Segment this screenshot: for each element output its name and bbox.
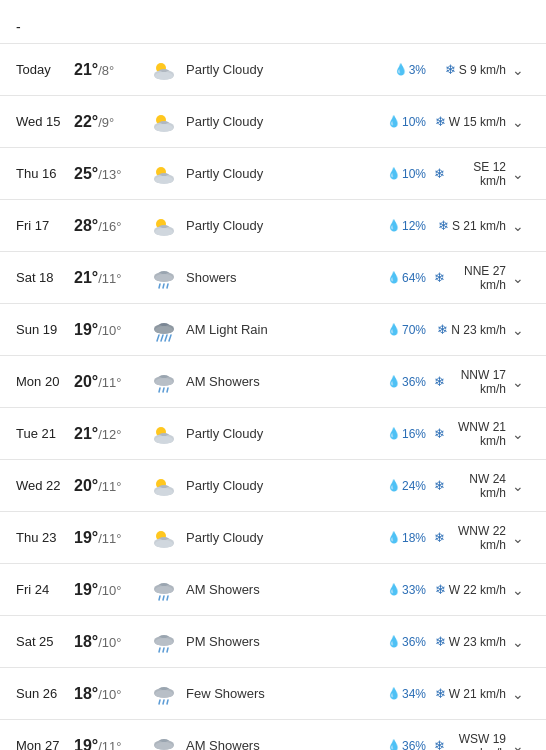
expand-chevron[interactable]: ⌄: [506, 218, 530, 234]
expand-chevron[interactable]: ⌄: [506, 530, 530, 546]
svg-line-69: [163, 648, 164, 652]
day-label: Tue 21: [16, 426, 74, 441]
svg-point-9: [155, 124, 173, 132]
svg-point-60: [155, 586, 173, 594]
svg-line-26: [167, 284, 168, 288]
drop-icon: 💧: [387, 375, 401, 388]
day-label: Fri 24: [16, 582, 74, 597]
drop-icon: 💧: [387, 115, 401, 128]
temp-high: 22°: [74, 113, 98, 130]
svg-line-39: [159, 388, 160, 392]
wind-icon: ❄: [437, 322, 448, 337]
temp-high: 21°: [74, 61, 98, 78]
weather-icon: [146, 423, 182, 445]
weather-row[interactable]: Sat 18 21°/11° Showers 💧 64% ❄ NNE 27 km…: [0, 251, 546, 303]
temperature: 19°/10°: [74, 581, 146, 599]
wind-info: ❄ S 9 km/h: [426, 62, 506, 77]
expand-chevron[interactable]: ⌄: [506, 686, 530, 702]
expand-chevron[interactable]: ⌄: [506, 634, 530, 650]
expand-chevron[interactable]: ⌄: [506, 582, 530, 598]
condition-label: AM Showers: [182, 582, 380, 597]
condition-label: Partly Cloudy: [182, 426, 380, 441]
svg-line-77: [167, 700, 168, 704]
condition-label: Partly Cloudy: [182, 62, 380, 77]
expand-chevron[interactable]: ⌄: [506, 426, 530, 442]
weather-icon: [146, 369, 182, 395]
svg-line-75: [159, 700, 160, 704]
weather-row[interactable]: Today 21°/8° Partly Cloudy 💧 3% ❄ S 9 km…: [0, 43, 546, 95]
weather-row[interactable]: Sun 19 19°/10° AM Light Rain 💧 70% ❄ N 2…: [0, 303, 546, 355]
temperature: 28°/16°: [74, 217, 146, 235]
weather-icon: [146, 111, 182, 133]
svg-point-56: [155, 540, 173, 548]
drop-icon: 💧: [387, 479, 401, 492]
temp-high: 19°: [74, 737, 98, 751]
wind-icon: ❄: [435, 634, 446, 649]
weather-row[interactable]: Wed 22 20°/11° Partly Cloudy 💧 24% ❄ NW …: [0, 459, 546, 511]
wind-value: WNW 22 km/h: [448, 524, 506, 552]
expand-chevron[interactable]: ⌄: [506, 478, 530, 494]
precipitation: 💧 3%: [380, 63, 426, 77]
weather-row[interactable]: Wed 15 22°/9° Partly Cloudy 💧 10% ❄ W 15…: [0, 95, 546, 147]
precipitation: 💧 70%: [380, 323, 426, 337]
precip-value: 24%: [402, 479, 426, 493]
expand-chevron[interactable]: ⌄: [506, 62, 530, 78]
precipitation: 💧 36%: [380, 739, 426, 751]
weather-row[interactable]: Sat 25 18°/10° PM Showers 💧 36% ❄ W 23 k…: [0, 615, 546, 667]
temp-low: /10°: [98, 323, 121, 338]
weather-icon: [146, 681, 182, 707]
day-label: Thu 16: [16, 166, 74, 181]
temp-low: /10°: [98, 583, 121, 598]
temp-low: /11°: [98, 739, 121, 751]
svg-point-46: [155, 436, 173, 444]
svg-line-34: [169, 335, 171, 341]
drop-icon: 💧: [387, 635, 401, 648]
weather-icon: [146, 527, 182, 549]
weather-row[interactable]: Mon 20 20°/11° AM Showers 💧 36% ❄ NNW 17…: [0, 355, 546, 407]
wind-value: S 21 km/h: [452, 219, 506, 233]
day-label: Sat 18: [16, 270, 74, 285]
weather-row[interactable]: Thu 23 19°/11° Partly Cloudy 💧 18% ❄ WNW…: [0, 511, 546, 563]
condition-label: Showers: [182, 270, 380, 285]
wind-info: ❄ NNE 27 km/h: [426, 264, 506, 292]
wind-icon: ❄: [434, 530, 445, 545]
svg-point-51: [155, 488, 173, 496]
expand-chevron[interactable]: ⌄: [506, 114, 530, 130]
temp-high: 28°: [74, 217, 98, 234]
expand-chevron[interactable]: ⌄: [506, 166, 530, 182]
drop-icon: 💧: [387, 739, 401, 750]
weather-icon: [146, 265, 182, 291]
precip-value: 10%: [402, 115, 426, 129]
day-label: Mon 20: [16, 374, 74, 389]
svg-line-61: [159, 596, 160, 600]
weather-row[interactable]: Sun 26 18°/10° Few Showers 💧 34% ❄ W 21 …: [0, 667, 546, 719]
weather-row[interactable]: Tue 21 21°/12° Partly Cloudy 💧 16% ❄ WNW…: [0, 407, 546, 459]
temperature: 20°/11°: [74, 373, 146, 391]
expand-chevron[interactable]: ⌄: [506, 322, 530, 338]
wind-icon: ❄: [434, 270, 445, 285]
precip-value: 36%: [402, 739, 426, 751]
expand-chevron[interactable]: ⌄: [506, 738, 530, 751]
svg-line-76: [163, 700, 164, 704]
condition-label: Partly Cloudy: [182, 218, 380, 233]
temperature: 21°/8°: [74, 61, 146, 79]
temp-high: 21°: [74, 269, 98, 286]
temperature: 22°/9°: [74, 113, 146, 131]
expand-chevron[interactable]: ⌄: [506, 374, 530, 390]
wind-info: ❄ W 21 km/h: [426, 686, 506, 701]
svg-point-30: [155, 326, 173, 334]
wind-value: N 23 km/h: [451, 323, 506, 337]
temp-low: /11°: [98, 271, 121, 286]
weather-row[interactable]: Fri 17 28°/16° Partly Cloudy 💧 12% ❄ S 2…: [0, 199, 546, 251]
wind-value: NW 24 km/h: [448, 472, 506, 500]
weather-row[interactable]: Thu 16 25°/13° Partly Cloudy 💧 10% ❄ SE …: [0, 147, 546, 199]
drop-icon: 💧: [387, 583, 401, 596]
expand-chevron[interactable]: ⌄: [506, 270, 530, 286]
weather-row[interactable]: Mon 27 19°/11° AM Showers 💧 36% ❄ WSW 19…: [0, 719, 546, 750]
day-label: Sat 25: [16, 634, 74, 649]
day-label: Wed 15: [16, 114, 74, 129]
drop-icon: 💧: [387, 271, 401, 284]
precipitation: 💧 36%: [380, 375, 426, 389]
weather-row[interactable]: Fri 24 19°/10° AM Showers 💧 33% ❄ W 22 k…: [0, 563, 546, 615]
wind-icon: ❄: [435, 114, 446, 129]
